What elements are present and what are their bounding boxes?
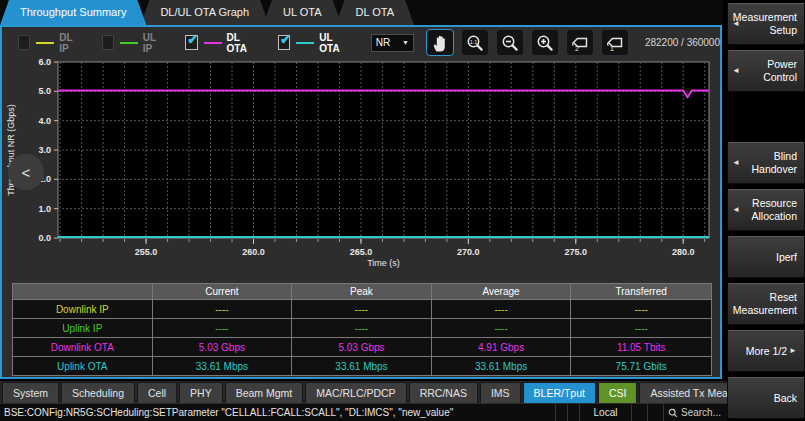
throughput-chart[interactable]: 0.01.02.03.04.05.06.0255.0260.0265.0270.…: [2, 58, 720, 275]
bottom-tab-phy[interactable]: PHY: [179, 382, 223, 403]
table-row-uplink-ota: Uplink OTA33.61 Mbps33.61 Mbps33.61 Mbps…: [13, 357, 711, 375]
svg-text:1:1: 1:1: [470, 38, 478, 44]
tab-dl-ul-ota-graph[interactable]: DL/UL OTA Graph: [140, 0, 269, 25]
cell-value: ----: [432, 319, 572, 337]
sidebar-button-label: Reset Measurement: [733, 291, 797, 316]
legend-items: DL IPUL IP✔DL OTA✔UL OTA: [18, 32, 371, 54]
svg-text:1: 1: [610, 45, 614, 52]
ran-mode-select[interactable]: NR ▼: [371, 34, 414, 52]
bottom-tab-csi[interactable]: CSI: [598, 382, 638, 403]
svg-text:Time (s): Time (s): [367, 258, 400, 268]
chart-toolbar: 1:1: [426, 29, 629, 56]
bottom-tab-ims[interactable]: IMS: [480, 382, 521, 403]
search-icon: [668, 408, 678, 418]
row-label: Downlink OTA: [13, 338, 153, 356]
throughput-table: CurrentPeakAverageTransferredDownlink IP…: [12, 283, 712, 376]
sidebar-button-back[interactable]: Back: [727, 377, 805, 419]
legend-label: UL IP: [143, 32, 163, 54]
tab-ul-ota[interactable]: UL OTA: [263, 0, 342, 25]
row-label: Downlink IP: [13, 300, 153, 318]
sidebar-button-power-control[interactable]: ◄Power Control: [727, 50, 805, 92]
cell-value: ----: [153, 319, 293, 337]
status-cell: [647, 404, 663, 421]
zoom-in-icon: [535, 33, 555, 53]
svg-text:0.0: 0.0: [38, 233, 51, 243]
column-header: [13, 284, 153, 299]
sample-counter: 282200 / 360000: [645, 37, 720, 48]
legend-item-ul-ip: UL IP: [102, 32, 164, 54]
zoom-one-to-one-button[interactable]: 1:1: [461, 29, 489, 56]
zoom-out-button[interactable]: [496, 29, 524, 56]
sidebar-button-reset-measurement[interactable]: Reset Measurement: [727, 283, 805, 325]
line-swatch: [120, 42, 138, 44]
table-header-row: CurrentPeakAverageTransferred: [13, 284, 711, 300]
left-arrow-icon: ◄: [732, 205, 740, 215]
sidebar-button-measurement-setup[interactable]: ◄Measurement Setup: [727, 3, 805, 45]
cell-value: ----: [571, 300, 711, 318]
sidebar-button-more-1-2[interactable]: More 1/2►: [727, 330, 805, 372]
checkbox-dl-ota[interactable]: ✔: [185, 35, 198, 50]
line-swatch: [204, 42, 222, 44]
legend-label: DL OTA: [227, 32, 256, 54]
svg-text:1.0: 1.0: [38, 204, 51, 214]
search-placeholder: Search...: [681, 407, 721, 418]
left-arrow-icon: ◄: [732, 19, 740, 29]
sidebar-button-label: More 1/2: [746, 345, 787, 358]
sidebar-spacer: [727, 97, 805, 137]
zoom-in-button[interactable]: [531, 29, 559, 56]
checkbox-ul-ip[interactable]: [102, 35, 114, 50]
svg-text:4.0: 4.0: [38, 116, 51, 126]
app-window: Throughput SummaryDL/UL OTA GraphUL OTAD…: [0, 0, 805, 421]
search-box[interactable]: Search...: [663, 404, 727, 421]
table-row-uplink-ip: Uplink IP----------------: [13, 319, 711, 338]
right-arrow-icon: ►: [789, 346, 797, 356]
checkbox-dl-ip[interactable]: [18, 35, 30, 50]
sidebar-button-iperf[interactable]: Iperf: [727, 236, 805, 278]
sidebar-button-label: Back: [774, 392, 797, 405]
column-header-current: Current: [153, 284, 293, 299]
status-cell: [555, 404, 567, 421]
zoom-out-icon: [500, 33, 520, 53]
status-cell: [631, 404, 647, 421]
status-bar: BSE:CONFig:NR5G:SCHeduling:SETParameter …: [0, 403, 727, 421]
svg-text:265.0: 265.0: [350, 247, 373, 257]
left-arrow-icon: ◄: [732, 158, 740, 168]
status-cell: [567, 404, 579, 421]
legend-item-ul-ota: ✔UL OTA: [278, 32, 349, 54]
bottom-tab-rrc-nas[interactable]: RRC/NAS: [409, 382, 478, 403]
bottom-tab-bar: SystemSchedulingCellPHYBeam MgmtMAC/RLC/…: [0, 380, 727, 403]
svg-text:5.0: 5.0: [38, 86, 51, 96]
bottom-tab-beam-mgmt[interactable]: Beam Mgmt: [225, 382, 304, 403]
tab-dl-ota[interactable]: DL OTA: [336, 0, 415, 25]
bottom-tab-cell[interactable]: Cell: [137, 382, 177, 403]
cell-value: 5.03 Gbps: [153, 338, 293, 356]
line-swatch: [36, 42, 54, 44]
checkbox-ul-ota[interactable]: ✔: [278, 35, 291, 50]
svg-text:6.0: 6.0: [38, 58, 51, 67]
cell-value: ----: [432, 300, 572, 318]
marker-2-icon: 2: [570, 33, 590, 53]
column-header-transferred: Transferred: [571, 284, 711, 299]
marker-1-button[interactable]: 1: [601, 29, 629, 56]
bottom-tab-mac-rlc-pdcp[interactable]: MAC/RLC/PDCP: [305, 382, 406, 403]
cell-value: 75.71 Gbits: [571, 357, 711, 375]
sidebar-button-blind-handover[interactable]: ◄Blind Handover: [727, 142, 805, 184]
chart-region: 0.01.02.03.04.05.06.0255.0260.0265.0270.…: [2, 58, 720, 275]
tab-throughput-summary[interactable]: Throughput Summary: [0, 0, 146, 25]
bottom-tab-bler-tput[interactable]: BLER/Tput: [523, 382, 596, 403]
row-label: Uplink IP: [13, 319, 153, 337]
marker-1-icon: 1: [605, 33, 625, 53]
bottom-tab-system[interactable]: System: [2, 382, 59, 403]
pan-hand-button[interactable]: [426, 29, 454, 56]
zoom-one-to-one-icon: 1:1: [465, 33, 485, 53]
legend-item-dl-ip: DL IP: [18, 32, 80, 54]
cell-value: 33.61 Mbps: [432, 357, 572, 375]
bottom-tab-scheduling[interactable]: Scheduling: [61, 382, 135, 403]
legend-toolbar-row: DL IPUL IP✔DL OTA✔UL OTA NR ▼ 1:1: [2, 27, 720, 58]
sidebar-button-resource-allocation[interactable]: ◄Resource Allocation: [727, 189, 805, 231]
column-header-average: Average: [432, 284, 572, 299]
marker-2-button[interactable]: 2: [566, 29, 594, 56]
collapse-panel-handle[interactable]: <: [8, 154, 44, 190]
throughput-summary-panel: DL IPUL IP✔DL OTA✔UL OTA NR ▼ 1:1: [0, 25, 722, 379]
svg-text:3.0: 3.0: [38, 145, 51, 155]
